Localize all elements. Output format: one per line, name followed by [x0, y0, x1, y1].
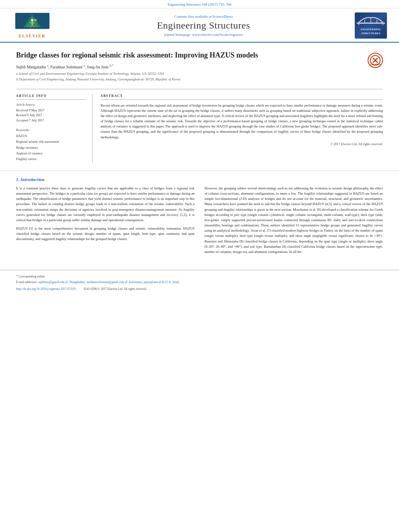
journal-logo-container: ENGINEERING STRUCTURES [351, 12, 391, 39]
body-col-right: However, the grouping suffers several sh… [205, 186, 383, 258]
authors: Sujith Mangalathu a, Farahnaz Soleimani … [16, 64, 362, 69]
keyword-1: HAZUS [16, 134, 86, 139]
elsevier-tree-icon [15, 13, 49, 34]
journal-reference: Engineering Structures 148 (2017) 755–76… [168, 2, 231, 6]
keyword-3: Bridge inventory [16, 145, 86, 151]
keywords-label: Keywords: [16, 128, 86, 132]
article-title-section: Bridge classes for regional seismic risk… [16, 51, 383, 83]
history-label: Article history: [16, 103, 86, 107]
journal-logo-text: ENGINEERING STRUCTURES [360, 27, 383, 36]
abstract-text: Recent efforts are oriented towards the … [101, 103, 383, 140]
keyword-2: Regional seismic risk assessment [16, 139, 86, 145]
article-info-header: ARTICLE INFO [16, 94, 86, 100]
doi-link[interactable]: http://dx.doi.org/10.1016/j.engstruct.20… [16, 287, 76, 291]
accepted-date: Accepted 7 July 2017 [16, 118, 86, 123]
journal-header-center: Contents lists available at ScienceDirec… [56, 14, 351, 37]
article-meta-section: ARTICLE INFO Article history: Received 9… [16, 89, 383, 162]
intro-para-1: It is a common practice these days to ge… [16, 186, 195, 223]
journal-homepage: journal homepage: www.elsevier.com/locat… [56, 33, 351, 37]
intro-col2-text: However, the grouping suffers several sh… [205, 186, 383, 255]
revised-date: Revised 6 July 2017 [16, 113, 86, 118]
keywords-section: Keywords: HAZUS Regional seismic risk as… [16, 128, 86, 162]
article-info-column: ARTICLE INFO Article history: Received 9… [16, 94, 93, 162]
keyword-4: Analysis of variance [16, 151, 86, 156]
footer-links: http://dx.doi.org/10.1016/j.engstruct.20… [16, 287, 383, 291]
journal-header: ELSEVIER Contents lists available at Sci… [0, 8, 399, 43]
body-section: 1. Introduction It is a common practice … [0, 170, 399, 266]
sciencedirect-info: Contents lists available at ScienceDirec… [56, 14, 351, 18]
journal-logo-box: ENGINEERING STRUCTURES [355, 12, 387, 39]
elsevier-brand-name: ELSEVIER [19, 34, 46, 38]
svg-text:CrossMark: CrossMark [370, 63, 380, 66]
abstract-column: ABSTRACT Recent efforts are oriented tow… [101, 94, 383, 162]
article-title: Bridge classes for regional seismic risk… [16, 51, 362, 60]
received-date: Received 9 May 2017 [16, 108, 86, 113]
email-addresses: E-mail addresses: sujithnss@gatech.edu (… [16, 280, 383, 284]
svg-point-4 [31, 19, 33, 21]
body-two-col: It is a common practice these days to ge… [16, 186, 383, 258]
journal-ref-bar: Engineering Structures 148 (2017) 755–76… [0, 0, 399, 8]
email-links[interactable]: sujithnss@gatech.edu (S. Mangalathu), fa… [38, 280, 180, 284]
crossmark-icon: CrossMark [370, 55, 381, 66]
elsevier-logo-container: ELSEVIER [8, 13, 56, 38]
crossmark-badge: CrossMark [368, 53, 383, 68]
svg-point-9 [34, 19, 37, 21]
article-content: Bridge classes for regional seismic risk… [0, 43, 399, 170]
homepage-url[interactable]: www.elsevier.com/locate/engstruct [192, 33, 243, 37]
affiliation-b: b Department of Civil Engineering, Andon… [16, 77, 362, 82]
page: Engineering Structures 148 (2017) 755–76… [0, 0, 399, 532]
corresponding-author-note: * Corresponding author. [16, 274, 383, 279]
article-title-text: Bridge classes for regional seismic risk… [16, 51, 362, 83]
issn-info: 0141-0296/© 2017 Elsevier Ltd. All right… [84, 287, 147, 291]
sciencedirect-link-text[interactable]: ScienceDirect [212, 14, 232, 18]
bridge-logo-icon [357, 14, 385, 27]
intro-section-title: 1. Introduction [16, 177, 383, 182]
page-footer: * Corresponding author. E-mail addresses… [0, 270, 399, 294]
journal-title: Engineering Structures [56, 20, 351, 31]
copyright-notice: © 2017 Elsevier Ltd. All rights reserved… [101, 142, 383, 146]
body-col-left: It is a common practice these days to ge… [16, 186, 195, 258]
abstract-header: ABSTRACT [101, 94, 383, 100]
intro-para-2: HAZUS [3] is the most comprehensive docu… [16, 226, 195, 242]
article-history: Article history: Received 9 May 2017 Rev… [16, 103, 86, 123]
affiliation-a: a School of Civil and Environmental Engi… [16, 72, 362, 76]
keyword-5: Fragility curves [16, 156, 86, 162]
